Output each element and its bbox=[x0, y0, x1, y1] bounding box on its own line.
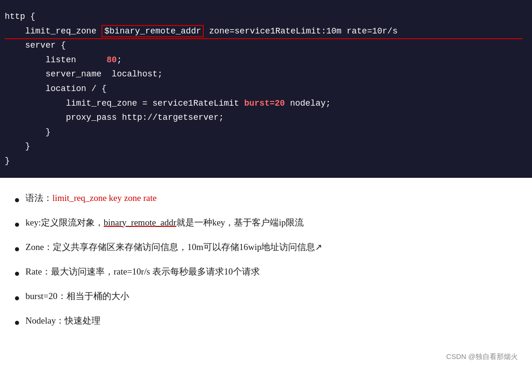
desc-text-syntax: 语法：limit_req_zone key zone rate bbox=[25, 191, 518, 205]
cursor-icon: ↗ bbox=[315, 241, 322, 254]
bullet-burst: ● bbox=[14, 290, 20, 305]
bullet-zone: ● bbox=[14, 241, 20, 256]
code-line-1: http { bbox=[5, 9, 523, 24]
desc-item-zone: ● Zone：定义共享存储区来存储访问信息，10m可以存储16wip地址访问信息… bbox=[14, 240, 518, 256]
desc-text-key: key:定义限流对象，binary_remote_addr就是一种key，基于客… bbox=[25, 216, 518, 230]
key-middle: 就是一种key，基于客户端ip限流 bbox=[176, 217, 304, 227]
desc-item-rate: ● Rate：最大访问速率，rate=10r/s 表示每秒最多请求10个请求 bbox=[14, 265, 518, 281]
code-line-4: listen 80; bbox=[5, 53, 523, 67]
burst-text: burst=20：相当于桶的大小 bbox=[25, 291, 129, 301]
code-line-3: server { bbox=[5, 38, 523, 53]
bullet-nodelay: ● bbox=[14, 315, 20, 330]
desc-item-key: ● key:定义限流对象，binary_remote_addr就是一种key，基… bbox=[14, 216, 518, 232]
watermark: CSDN @独自看那烟火 bbox=[0, 348, 532, 366]
description-section: ● 语法：limit_req_zone key zone rate ● key:… bbox=[0, 178, 532, 348]
code-block: http { limit_req_zone $binary_remote_add… bbox=[0, 0, 532, 178]
watermark-text: CSDN @独自看那烟火 bbox=[446, 352, 518, 360]
desc-item-syntax: ● 语法：limit_req_zone key zone rate bbox=[14, 191, 518, 207]
bullet-key: ● bbox=[14, 217, 20, 232]
code-line-9: } bbox=[5, 125, 523, 140]
code-line-7: limit_req_zone = service1RateLimit burst… bbox=[5, 96, 523, 111]
desc-item-nodelay: ● Nodelay：快速处理 bbox=[14, 314, 518, 330]
bullet-rate: ● bbox=[14, 266, 20, 281]
key-prefix: key:定义限流对象， bbox=[25, 217, 104, 227]
desc-item-burst: ● burst=20：相当于桶的大小 bbox=[14, 289, 518, 305]
code-line-10: } bbox=[5, 139, 523, 154]
desc-text-nodelay: Nodelay：快速处理 bbox=[25, 314, 518, 328]
binary-remote-addr-highlight: $binary_remote_addr bbox=[101, 25, 204, 37]
rate-text: Rate：最大访问速率，rate=10r/s 表示每秒最多请求10个请求 bbox=[25, 267, 260, 276]
code-line-2: limit_req_zone $binary_remote_addr zone=… bbox=[5, 24, 523, 39]
nodelay-text: Nodelay：快速处理 bbox=[25, 316, 100, 325]
syntax-prefix: 语法： bbox=[25, 193, 52, 203]
desc-text-rate: Rate：最大访问速率，rate=10r/s 表示每秒最多请求10个请求 bbox=[25, 265, 518, 279]
code-line-6: location / { bbox=[5, 82, 523, 96]
bullet-syntax: ● bbox=[14, 192, 20, 207]
code-line-8: proxy_pass http://targetserver; bbox=[5, 110, 523, 125]
zone-text: Zone：定义共享存储区来存储访问信息，10m可以存储16wip地址访问信息 bbox=[25, 242, 315, 252]
key-underline1: binary_remote_addr bbox=[104, 217, 176, 227]
code-line-5: server_name localhost; bbox=[5, 67, 523, 82]
code-line-11: } bbox=[5, 154, 523, 168]
desc-text-burst: burst=20：相当于桶的大小 bbox=[25, 289, 518, 303]
syntax-highlight: limit_req_zone key zone rate bbox=[52, 193, 157, 203]
desc-text-zone: Zone：定义共享存储区来存储访问信息，10m可以存储16wip地址访问信息↗ bbox=[25, 240, 518, 254]
